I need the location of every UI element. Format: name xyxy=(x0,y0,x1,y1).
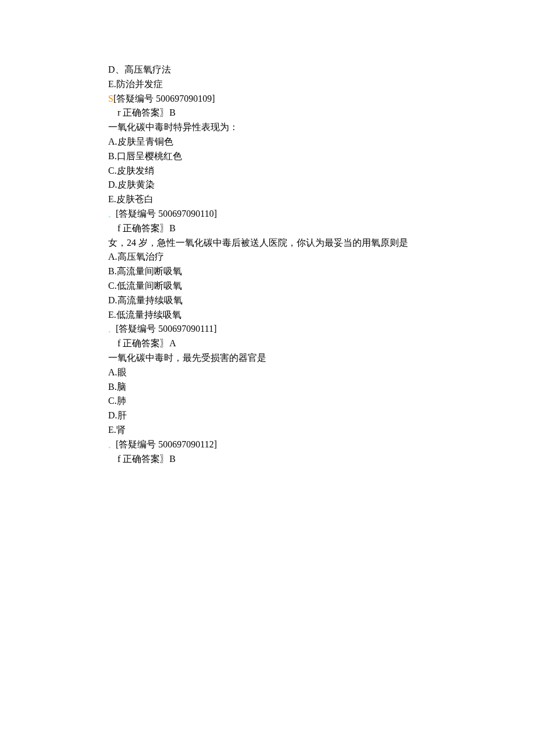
option-b: B.脑 xyxy=(108,380,535,395)
reference-line: 。[答疑编号 500697090111] xyxy=(108,322,535,336)
ans-prefix: f xyxy=(117,338,120,348)
option-a: A.高压氧治疗 xyxy=(108,250,535,264)
option-d: D、高压氧疗法 xyxy=(108,63,535,77)
document-page: D、高压氧疗法 E.防治并发症 S[答疑编号 500697090109] r 正… xyxy=(0,0,535,756)
ans-label: 正确答案〗 xyxy=(123,338,169,348)
option-d: D.皮肤黄染 xyxy=(108,178,535,192)
option-e: E.肾 xyxy=(108,423,535,438)
option-c: C.低流量间断吸氧 xyxy=(108,279,535,293)
ref-text: [答疑编号 500697090111] xyxy=(116,324,216,334)
ref-prefix: S xyxy=(108,94,113,103)
reference-line: 。[答疑编号 500697090110] xyxy=(108,207,535,221)
option-e: E.防治并发症 xyxy=(108,77,535,92)
answer-line: f 正确答案〗B xyxy=(108,452,535,467)
question-stem: 一氧化碳中毒时，最先受损害的器官是 xyxy=(108,351,535,366)
option-c: C.肺 xyxy=(108,394,535,409)
reference-line: 。[答疑编号 500697090112] xyxy=(108,438,535,452)
option-d: D.高流量持续吸氧 xyxy=(108,293,535,308)
ans-prefix: r xyxy=(117,108,120,117)
answer-line: f 正确答案〗B xyxy=(108,221,535,236)
option-c: C.皮肤发绡 xyxy=(108,164,535,178)
ref-prefix: 。 xyxy=(108,440,115,450)
ref-prefix: 。 xyxy=(108,210,115,220)
ans-value: B xyxy=(169,454,176,464)
ans-value: A xyxy=(169,338,176,348)
option-b: B.口唇呈樱桃红色 xyxy=(108,149,535,164)
reference-line: S[答疑编号 500697090109] xyxy=(108,92,535,106)
option-e: E.皮肤苍白 xyxy=(108,192,535,207)
ref-text: [答疑编号 500697090112] xyxy=(116,439,217,449)
ans-value: B xyxy=(169,223,176,233)
option-e: E.低流量持续吸氧 xyxy=(108,308,535,323)
ref-text: [答疑编号 500697090110] xyxy=(116,209,217,218)
ans-label: 正确答案〗 xyxy=(123,223,169,233)
ans-label: 正确答案〗 xyxy=(123,454,169,464)
option-a: A.皮肤呈青铜色 xyxy=(108,135,535,149)
answer-line: f 正确答案〗A xyxy=(108,336,535,351)
answer-line: r 正确答案〗B xyxy=(108,106,535,120)
option-a: A.眼 xyxy=(108,366,535,380)
question-stem: 一氧化碳中毒时特异性表现为： xyxy=(108,120,535,135)
ref-prefix: 。 xyxy=(108,325,115,335)
option-d: D.肝 xyxy=(108,409,535,423)
ans-prefix: f xyxy=(117,223,120,233)
ans-label: 正确答案〗 xyxy=(123,108,169,117)
ans-value: B xyxy=(169,108,176,117)
question-stem: 女，24 岁，急性一氧化碳中毒后被送人医院，你认为最妥当的用氧原则是 xyxy=(108,236,535,250)
ref-text: [答疑编号 500697090109] xyxy=(113,94,215,103)
option-b: B.高流量间断吸氧 xyxy=(108,264,535,279)
ans-prefix: f xyxy=(117,454,120,464)
